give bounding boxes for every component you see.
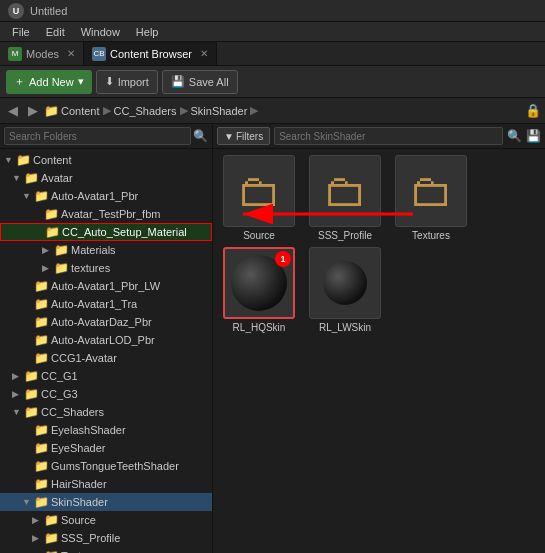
add-new-button[interactable]: ＋ Add New ▾ bbox=[6, 70, 92, 94]
left-panel: 🔍 ▼ 📁 Content ▼ 📁 Avatar ▼ 📁 Auto-Avatar… bbox=[0, 124, 213, 553]
folder-icon: 📁 bbox=[54, 243, 69, 257]
tree-item-avatar[interactable]: ▼ 📁 Avatar bbox=[0, 169, 212, 187]
tree-label: Auto-Avatar1_Tra bbox=[51, 298, 137, 310]
menu-file[interactable]: File bbox=[4, 22, 38, 41]
expand-arrow: ▶ bbox=[12, 371, 22, 381]
folder-icon: 📁 bbox=[24, 387, 39, 401]
folder-icon: 📁 bbox=[34, 423, 49, 437]
save-all-button[interactable]: 💾 Save All bbox=[162, 70, 238, 94]
asset-item-source[interactable]: 🗀 Source bbox=[219, 155, 299, 241]
import-button[interactable]: ⬇ Import bbox=[96, 70, 158, 94]
folder-thumb-source: 🗀 bbox=[224, 155, 294, 227]
breadcrumb-sep-1: ▶ bbox=[103, 104, 111, 117]
breadcrumb-content[interactable]: Content bbox=[61, 105, 100, 117]
tree-item-hair[interactable]: 📁 HairShader bbox=[0, 475, 212, 493]
forward-button[interactable]: ▶ bbox=[24, 103, 42, 118]
tree-label: Auto-Avatar1_Pbr bbox=[51, 190, 138, 202]
tree-label: CC_G1 bbox=[41, 370, 78, 382]
asset-grid: 🗀 Source 🗀 SSS_Profile bbox=[213, 149, 545, 339]
tree-item-auto-avatardaz[interactable]: 📁 Auto-AvatarDaz_Pbr bbox=[0, 313, 212, 331]
tree-label: CC_Shaders bbox=[41, 406, 104, 418]
back-button[interactable]: ◀ bbox=[4, 103, 22, 118]
folder-icon: 📁 bbox=[34, 351, 49, 365]
tab-browser-close[interactable]: ✕ bbox=[200, 48, 208, 59]
breadcrumb-skinshader[interactable]: SkinShader bbox=[191, 105, 248, 117]
tree-label: Content bbox=[33, 154, 72, 166]
tree-label: GumsTongueTeethShader bbox=[51, 460, 179, 472]
expand-arrow: ▼ bbox=[22, 191, 32, 201]
material-sphere-lw bbox=[323, 261, 367, 305]
tree-item-textures[interactable]: ▶ 📁 Textures bbox=[0, 547, 212, 553]
tree-label: CC_Auto_Setup_Material bbox=[62, 226, 187, 238]
menu-help[interactable]: Help bbox=[128, 22, 167, 41]
tree-label: HairShader bbox=[51, 478, 107, 490]
tree-item-ccg1-avatar[interactable]: 📁 CCG1-Avatar bbox=[0, 349, 212, 367]
menu-bar: File Edit Window Help bbox=[0, 22, 545, 42]
folder-search-icon[interactable]: 🔍 bbox=[193, 129, 208, 143]
tree-item-cc-shaders[interactable]: ▼ 📁 CC_Shaders bbox=[0, 403, 212, 421]
save-search-button[interactable]: 💾 bbox=[526, 129, 541, 143]
lock-icon[interactable]: 🔒 bbox=[525, 103, 541, 118]
asset-item-rl-lwskin[interactable]: RL_LWSkin bbox=[305, 247, 385, 333]
asset-search-icon[interactable]: 🔍 bbox=[507, 129, 522, 143]
folder-search-input[interactable] bbox=[4, 127, 191, 145]
expand-arrow: ▶ bbox=[32, 533, 42, 543]
expand-arrow: ▼ bbox=[12, 407, 22, 417]
folder-icon: 📁 bbox=[34, 279, 49, 293]
tab-modes-close[interactable]: ✕ bbox=[67, 48, 75, 59]
tree-label: EyeShader bbox=[51, 442, 105, 454]
asset-item-textures[interactable]: 🗀 Textures bbox=[391, 155, 471, 241]
tree-item-content[interactable]: ▼ 📁 Content bbox=[0, 151, 212, 169]
tree-item-source[interactable]: ▶ 📁 Source bbox=[0, 511, 212, 529]
tree-label: Auto-AvatarLOD_Pbr bbox=[51, 334, 155, 346]
asset-grid-wrapper: 🗀 Source 🗀 SSS_Profile bbox=[213, 149, 545, 553]
asset-label: Textures bbox=[412, 230, 450, 241]
tree-label: Materials bbox=[71, 244, 116, 256]
asset-item-rl-hqskin[interactable]: 1 RL_HQSkin bbox=[219, 247, 299, 333]
tree-label: Avatar bbox=[41, 172, 73, 184]
tree-item-avatar-testpbr[interactable]: 📁 Avatar_TestPbr_fbm bbox=[0, 205, 212, 223]
tree-item-materials[interactable]: ▶ 📁 Materials bbox=[0, 241, 212, 259]
tree-item-cc-g3[interactable]: ▶ 📁 CC_G3 bbox=[0, 385, 212, 403]
folder-icon: 📁 bbox=[34, 333, 49, 347]
tree-item-cc-auto-setup[interactable]: 📁 CC_Auto_Setup_Material bbox=[0, 223, 212, 241]
tree-item-cc-g1[interactable]: ▶ 📁 CC_G1 bbox=[0, 367, 212, 385]
breadcrumb-ccshaders[interactable]: CC_Shaders bbox=[114, 105, 177, 117]
tree-label: Source bbox=[61, 514, 96, 526]
tree-label: Avatar_TestPbr_fbm bbox=[61, 208, 160, 220]
asset-item-sss-profile[interactable]: 🗀 SSS_Profile bbox=[305, 155, 385, 241]
folder-icon: 📁 bbox=[24, 171, 39, 185]
menu-window[interactable]: Window bbox=[73, 22, 128, 41]
tree-item-sss-profile[interactable]: ▶ 📁 SSS_Profile bbox=[0, 529, 212, 547]
folder-icon: 📁 bbox=[44, 513, 59, 527]
folder-big-icon: 🗀 bbox=[237, 169, 281, 213]
tree-item-auto-avatarlod[interactable]: 📁 Auto-AvatarLOD_Pbr bbox=[0, 331, 212, 349]
asset-thumb-source: 🗀 bbox=[223, 155, 295, 227]
tree-item-gums[interactable]: 📁 GumsTongueTeethShader bbox=[0, 457, 212, 475]
asset-search-input[interactable] bbox=[274, 127, 503, 145]
tree-item-textures-sub[interactable]: ▶ 📁 textures bbox=[0, 259, 212, 277]
tree-label: CC_G3 bbox=[41, 388, 78, 400]
folder-icon: 📁 bbox=[34, 441, 49, 455]
folder-thumb-textures: 🗀 bbox=[396, 155, 466, 227]
filters-button[interactable]: ▼ Filters bbox=[217, 127, 270, 145]
folder-tree: ▼ 📁 Content ▼ 📁 Avatar ▼ 📁 Auto-Avatar1_… bbox=[0, 149, 212, 553]
tab-content-browser[interactable]: CB Content Browser ✕ bbox=[84, 42, 217, 65]
tree-item-auto-avatar1-lw[interactable]: 📁 Auto-Avatar1_Pbr_LW bbox=[0, 277, 212, 295]
menu-edit[interactable]: Edit bbox=[38, 22, 73, 41]
title-bar: U Untitled bbox=[0, 0, 545, 22]
right-panel: ▼ Filters 🔍 💾 🗀 Source bbox=[213, 124, 545, 553]
folder-icon: 📁 bbox=[34, 189, 49, 203]
tree-item-auto-avatar1-tra[interactable]: 📁 Auto-Avatar1_Tra bbox=[0, 295, 212, 313]
tab-modes[interactable]: M Modes ✕ bbox=[0, 42, 84, 65]
tree-item-skinshader[interactable]: ▼ 📁 SkinShader bbox=[0, 493, 212, 511]
tree-item-eye[interactable]: 📁 EyeShader bbox=[0, 439, 212, 457]
tree-item-auto-avatar1-pbr[interactable]: ▼ 📁 Auto-Avatar1_Pbr bbox=[0, 187, 212, 205]
breadcrumb-sep-3: ▶ bbox=[250, 104, 258, 117]
asset-label: RL_HQSkin bbox=[233, 322, 286, 333]
asset-label: Source bbox=[243, 230, 275, 241]
expand-arrow: ▶ bbox=[42, 245, 52, 255]
tree-item-eyelash[interactable]: 📁 EyelashShader bbox=[0, 421, 212, 439]
folder-big-icon: 🗀 bbox=[409, 169, 453, 213]
asset-thumb-sss: 🗀 bbox=[309, 155, 381, 227]
